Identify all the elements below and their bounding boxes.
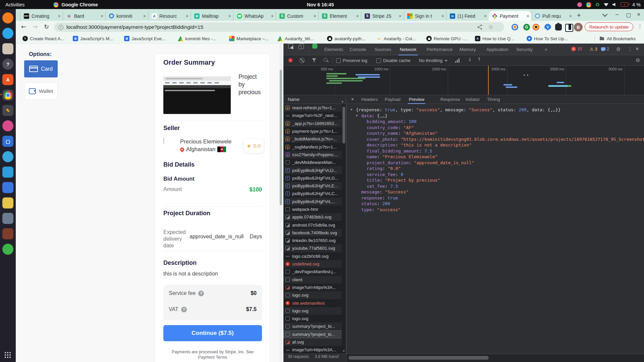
request-row-summary-project-bi[interactable]: summary?project_bi...	[283, 330, 346, 338]
back-button[interactable]: ←	[21, 23, 26, 30]
tab-resourc[interactable]: AResourc×	[148, 11, 191, 21]
bookmark-create-react-a[interactable]: ϟCreate React A...	[22, 35, 64, 42]
preview-line[interactable]: rating: "0.0"	[346, 166, 644, 172]
tab-close-icon[interactable]: ×	[186, 13, 189, 19]
bookmark-javascript-eve[interactable]: ≣JavaScript Eve...	[124, 35, 165, 42]
tab-whatsap[interactable]: ☎WhatsAp×	[233, 11, 276, 21]
minimize-button[interactable]: –	[615, 11, 619, 18]
preview-line[interactable]: country_code: "AF"	[346, 125, 644, 131]
activities-button[interactable]: Activities	[5, 2, 24, 7]
preview-line[interactable]: service_fee: 0	[346, 172, 644, 178]
request-row-webpack-hmr[interactable]: webpack-hmr	[283, 205, 346, 213]
tab-creating[interactable]: DEVCreating×	[20, 11, 63, 21]
browser-menu-icon[interactable]: ⋮	[637, 23, 643, 29]
request-row-summary-project-bi[interactable]: summary?project_bi...	[283, 322, 346, 330]
tab-custom[interactable]: SCustom×	[276, 11, 318, 21]
error-count-badge[interactable]: ×10	[571, 47, 582, 51]
tab-1-feed[interactable]: in(1) Feed×	[446, 11, 489, 21]
devtools-extension-icon[interactable]	[312, 44, 317, 49]
request-row-image-url-https-3a[interactable]: image?url=https%3A...	[283, 284, 346, 291]
tab-close-icon[interactable]: ×	[101, 13, 103, 19]
tab-close-icon[interactable]: ×	[569, 13, 572, 19]
bookmark-marketplace[interactable]: Marketplace –...	[229, 35, 269, 42]
network-overview-timeline[interactable]: 500 ms1000 ms1500 ms2000 ms2500 ms3000 m…	[283, 66, 644, 95]
request-row-pxieyp8kv8jhgfvrjj[interactable]: TpxiEyp8kv8JHgFVrJJ...	[283, 166, 346, 174]
all-bookmarks-button[interactable]: All Bookmarks	[599, 35, 636, 42]
request-row-logo-svg[interactable]: logo.svg	[283, 291, 346, 299]
preview-line[interactable]: vat_fee: 7.5	[346, 183, 644, 189]
bookmark-javascript-s-m[interactable]: ≣JavaScript's M...	[73, 35, 113, 42]
profile-avatar[interactable]: B	[574, 23, 583, 32]
dock-app-paint[interactable]	[2, 151, 13, 162]
tab-close-icon[interactable]: ×	[441, 13, 444, 19]
tab-close-icon[interactable]: ×	[356, 13, 359, 19]
devtools-close-icon[interactable]: ×	[636, 46, 639, 52]
request-row-payment-type-js-ts-1[interactable]: {}payment-type.js?ts=1...	[283, 127, 346, 135]
dock-app-help[interactable]: ?	[2, 59, 13, 70]
share-icon[interactable]	[477, 24, 483, 30]
detail-tab-preview[interactable]: Preview	[409, 95, 424, 104]
indicator-icon[interactable]	[577, 2, 582, 7]
bookmark-how-to-set-up[interactable]: How To Set Up...	[527, 35, 568, 42]
tab-close-icon[interactable]: ×	[58, 13, 61, 19]
bookmark-how-to-use-q[interactable]: AHow to Use Q...	[475, 35, 514, 42]
scrollbar-thumb[interactable]	[342, 107, 345, 143]
scrollbar-thumb[interactable]	[348, 356, 489, 360]
tab-kominiti[interactable]: kominiti×	[105, 11, 148, 21]
dock-app-documents[interactable]	[2, 197, 13, 208]
dock-app-vscode[interactable]	[2, 167, 13, 178]
dock-app-remote-desktop[interactable]: ▢	[2, 136, 13, 147]
expand-arrow-icon[interactable]: ▼	[351, 107, 352, 113]
issues-count-badge[interactable]: 2	[601, 47, 609, 51]
network-settings-gear-icon[interactable]: ⚙	[636, 57, 640, 63]
request-row-client[interactable]: client	[283, 276, 346, 284]
preview-line[interactable]: cover_photo: "https://kominitidevstgng01…	[346, 136, 644, 142]
bookmark-avatarify-col[interactable]: coAvatarify - Col...	[376, 35, 416, 42]
show-applications-icon[interactable]	[5, 352, 11, 358]
request-row-logo-svg[interactable]: logo.svg	[283, 307, 346, 315]
tab-element[interactable]: SElement×	[318, 11, 361, 21]
dock-app-dev-app[interactable]	[2, 182, 13, 193]
footer-line-2-payment-terms-link[interactable]: Payment Terms	[163, 355, 262, 360]
request-row-pxibyp8kv8jhgfvrle[interactable]: TpxiByp8kv8JHgFVrLE...	[283, 182, 346, 190]
focused-app-name[interactable]: Google Chrome	[53, 2, 98, 7]
request-row-undefined-svg[interactable]: ×undefined.svg	[283, 260, 346, 268]
network-conditions-icon[interactable]	[455, 58, 460, 63]
export-har-icon[interactable]: ↑	[477, 57, 481, 62]
system-tray[interactable]: ♻ ! 4 %	[577, 0, 641, 9]
detail-tab-payload[interactable]: Payload	[385, 95, 400, 104]
dock-app-files[interactable]	[2, 43, 13, 54]
page-scrollbar-thumb[interactable]	[280, 70, 282, 205]
dock-app-package[interactable]	[2, 228, 13, 239]
tab-pull-requ[interactable]: Pull requ×	[531, 11, 574, 21]
help-icon[interactable]: ?	[181, 307, 187, 312]
detail-tab-response[interactable]: Response	[440, 95, 460, 104]
devtools-tab-application[interactable]: Application	[486, 44, 508, 55]
volume-icon[interactable]	[612, 3, 616, 6]
request-row-image-url-https-3a[interactable]: —image?url=https%3A...	[283, 346, 346, 354]
dock-app-editor[interactable]: ✎	[2, 105, 13, 116]
extension-shield-icon[interactable]: V	[544, 24, 551, 31]
dock-app-firefox[interactable]	[2, 12, 13, 23]
request-row-logo-svg[interactable]: logo.svg	[283, 315, 346, 322]
device-toolbar-icon[interactable]	[300, 44, 304, 49]
request-table-header[interactable]: Name ▲	[283, 95, 346, 104]
request-row-ssgmanifest-js-ts-1[interactable]: {}_ssgManifest.js?ts=1...	[283, 143, 346, 150]
close-detail-icon[interactable]: ×	[351, 95, 354, 104]
disable-cache-checkbox[interactable]	[376, 58, 381, 63]
request-row-app-js-ts-16992853[interactable]: {}_app.js?ts=16992853...	[283, 120, 346, 127]
request-row-react-refresh-js-ts-1[interactable]: {}react-refresh.js?ts=1...	[283, 104, 346, 112]
new-tab-button[interactable]: +	[577, 12, 581, 19]
preview-horizontal-scrollbar[interactable]	[346, 354, 644, 362]
site-info-icon[interactable]: i	[58, 25, 63, 30]
request-row-af-svg[interactable]: af.svg	[283, 338, 346, 346]
more-panels-icon[interactable]: »	[545, 44, 547, 55]
record-network-log-icon[interactable]	[288, 58, 292, 62]
request-row-logo-ca2b0c68-svg[interactable]: —logo.ca2b0c68.svg	[283, 252, 346, 260]
maximize-button[interactable]	[627, 13, 631, 17]
request-row-android-07c5db9a-svg[interactable]: android.07c5db9a.svg	[283, 221, 346, 229]
preview-line[interactable]: response: true	[346, 195, 644, 201]
detail-tab-headers[interactable]: Headers	[361, 95, 378, 104]
continue-button[interactable]: Continue ($7.5)	[163, 325, 262, 341]
preview-line[interactable]: country_name: "Afghanistan"	[346, 130, 644, 136]
